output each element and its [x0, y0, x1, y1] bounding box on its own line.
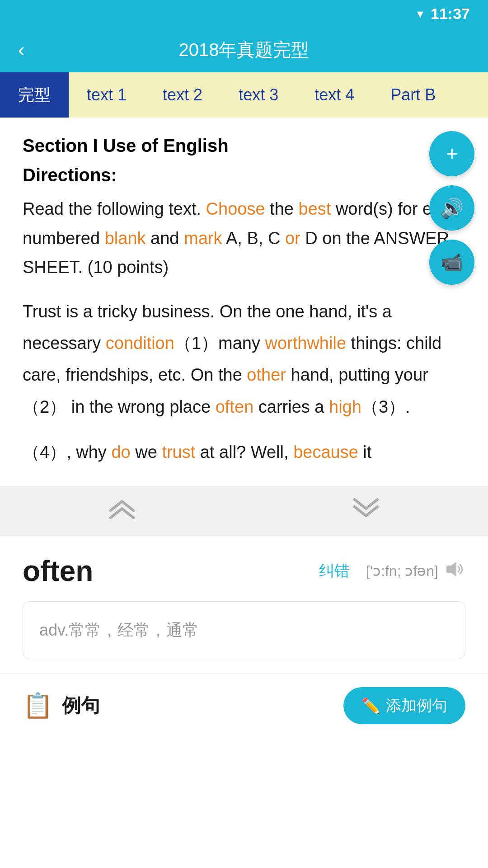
directions-text4: and — [146, 229, 184, 248]
video-icon: 📹 — [441, 252, 463, 273]
speaker-fab-icon: 🔊 — [440, 197, 464, 219]
fab-container: + 🔊 📹 — [429, 131, 474, 285]
p1-worthwhile: worthwhile — [265, 334, 347, 353]
p1-text2: （1）many — [174, 334, 265, 353]
tab-bar: 完型 text 1 text 2 text 3 text 4 Part B — [0, 72, 488, 118]
fab-video-button[interactable]: 📹 — [429, 240, 474, 285]
nav-title: 2018年真题完型 — [179, 38, 310, 62]
p2-text1: （4）, why — [23, 443, 111, 462]
directions-body: Read the following text. Choose the best… — [23, 194, 465, 282]
p1-condition: condition — [106, 334, 174, 353]
report-button[interactable]: 纠错 — [310, 556, 359, 586]
tab-text2[interactable]: text 2 — [145, 72, 221, 118]
add-example-button[interactable]: ✏️ 添加例句 — [343, 687, 465, 724]
directions-or: or — [285, 229, 300, 248]
directions-mark: mark — [184, 229, 222, 248]
status-bar: ▾ 11:37 — [0, 0, 488, 27]
tab-text4[interactable]: text 4 — [296, 72, 372, 118]
tab-partb[interactable]: Part B — [372, 72, 454, 118]
word-speaker-icon[interactable] — [446, 559, 465, 583]
example-left: 📋 例句 — [23, 691, 100, 720]
directions-text2: the — [265, 199, 299, 218]
example-icon: 📋 — [23, 691, 53, 720]
top-nav: ‹ 2018年真题完型 — [0, 27, 488, 72]
p2-text3: at all? Well, — [195, 443, 293, 462]
p1-often: often — [216, 397, 254, 416]
p2-trust: trust — [162, 443, 195, 462]
word-header: often 纠错 ['ɔ:fn; ɔfən] — [23, 554, 465, 588]
p1-text5: carries a — [253, 397, 329, 416]
word-panel: often 纠错 ['ɔ:fn; ɔfən] adv.常常，经常，通常 📋 例句… — [0, 536, 488, 738]
edit-icon: ✏️ — [361, 697, 380, 715]
directions-label: Directions: — [23, 165, 465, 185]
paragraph2: （4）, why do we trust at all? Well, becau… — [23, 436, 465, 468]
status-bar-time: 11:37 — [431, 5, 470, 23]
p2-text2: we — [131, 443, 162, 462]
word-title: often — [23, 554, 93, 588]
svg-rect-0 — [446, 566, 451, 573]
definition-box: adv.常常，经常，通常 — [23, 601, 465, 659]
directions-text1: Read the following text. — [23, 199, 206, 218]
directions-best: best — [299, 199, 331, 218]
fab-add-button[interactable]: + — [429, 131, 474, 176]
phonetic-area: 纠错 ['ɔ:fn; ɔfən] — [310, 556, 465, 586]
wifi-icon: ▾ — [417, 6, 423, 21]
phonetic-text: ['ɔ:fn; ɔfən] — [366, 562, 438, 580]
add-example-label: 添加例句 — [386, 695, 447, 716]
tab-wanxing[interactable]: 完型 — [0, 72, 69, 118]
example-label: 例句 — [62, 693, 100, 718]
p2-do: do — [111, 443, 130, 462]
tab-text1[interactable]: text 1 — [69, 72, 145, 118]
p1-other: other — [247, 365, 286, 384]
main-content: + 🔊 📹 Section I Use of English Direction… — [0, 118, 488, 486]
paragraph1: Trust is a tricky business. On the one h… — [23, 296, 465, 423]
example-section: 📋 例句 ✏️ 添加例句 — [23, 674, 465, 738]
nav-arrows — [0, 486, 488, 536]
fab-audio-button[interactable]: 🔊 — [429, 185, 474, 231]
back-button[interactable]: ‹ — [14, 34, 29, 66]
p1-high: high — [329, 397, 361, 416]
directions-text5: A, B, C — [222, 229, 285, 248]
p1-text6: （3）. — [361, 397, 410, 416]
p2-text4: it — [358, 443, 372, 462]
directions-choose: Choose — [206, 199, 265, 218]
p2-because: because — [293, 443, 358, 462]
scroll-up-button[interactable] — [79, 486, 165, 536]
scroll-down-button[interactable] — [323, 486, 409, 536]
plus-icon: + — [446, 142, 458, 165]
section-title: Section I Use of English — [23, 136, 465, 156]
directions-blank: blank — [105, 229, 146, 248]
tab-text3[interactable]: text 3 — [221, 72, 296, 118]
